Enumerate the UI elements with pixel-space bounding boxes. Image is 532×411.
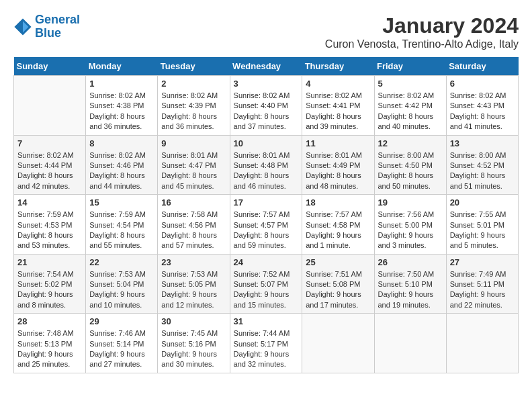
day-detail: Sunrise: 8:00 AMSunset: 4:50 PMDaylight:… bbox=[378, 150, 443, 192]
day-number: 9 bbox=[161, 138, 226, 148]
calendar-cell: 12 Sunrise: 8:00 AMSunset: 4:50 PMDaylig… bbox=[374, 135, 446, 195]
day-number: 22 bbox=[89, 257, 154, 267]
day-number: 23 bbox=[161, 257, 226, 267]
calendar-cell: 2 Sunrise: 8:02 AMSunset: 4:39 PMDayligh… bbox=[158, 76, 230, 136]
day-number: 8 bbox=[89, 138, 154, 148]
calendar-cell: 24 Sunrise: 7:52 AMSunset: 5:07 PMDaylig… bbox=[230, 254, 302, 314]
day-detail: Sunrise: 7:59 AMSunset: 4:54 PMDaylight:… bbox=[89, 210, 154, 251]
calendar-cell: 11 Sunrise: 8:01 AMSunset: 4:49 PMDaylig… bbox=[302, 135, 374, 195]
week-row-4: 21 Sunrise: 7:54 AMSunset: 5:02 PMDaylig… bbox=[14, 254, 519, 314]
day-detail: Sunrise: 8:02 AMSunset: 4:40 PMDaylight:… bbox=[234, 91, 299, 132]
calendar-cell: 8 Sunrise: 8:02 AMSunset: 4:46 PMDayligh… bbox=[86, 135, 158, 195]
day-detail: Sunrise: 8:01 AMSunset: 4:48 PMDaylight:… bbox=[234, 150, 299, 192]
calendar-cell: 18 Sunrise: 7:57 AMSunset: 4:58 PMDaylig… bbox=[302, 195, 374, 255]
day-detail: Sunrise: 8:02 AMSunset: 4:38 PMDaylight:… bbox=[89, 91, 154, 132]
day-number: 16 bbox=[161, 197, 226, 208]
day-detail: Sunrise: 7:57 AMSunset: 4:57 PMDaylight:… bbox=[234, 210, 299, 251]
calendar-cell: 28 Sunrise: 7:48 AMSunset: 5:13 PMDaylig… bbox=[14, 314, 86, 373]
calendar-cell bbox=[446, 314, 518, 373]
day-header-tuesday: Tuesday bbox=[158, 57, 230, 76]
day-detail: Sunrise: 7:52 AMSunset: 5:07 PMDaylight:… bbox=[234, 269, 299, 311]
day-header-thursday: Thursday bbox=[302, 57, 374, 76]
day-number: 27 bbox=[450, 257, 515, 267]
calendar-cell bbox=[14, 76, 86, 136]
calendar-cell: 3 Sunrise: 8:02 AMSunset: 4:40 PMDayligh… bbox=[230, 76, 302, 136]
calendar-cell bbox=[374, 314, 446, 373]
day-number: 6 bbox=[450, 79, 515, 89]
calendar-cell: 17 Sunrise: 7:57 AMSunset: 4:57 PMDaylig… bbox=[230, 195, 302, 255]
calendar-cell: 15 Sunrise: 7:59 AMSunset: 4:54 PMDaylig… bbox=[86, 195, 158, 255]
week-row-3: 14 Sunrise: 7:59 AMSunset: 4:53 PMDaylig… bbox=[14, 195, 519, 255]
week-row-1: 1 Sunrise: 8:02 AMSunset: 4:38 PMDayligh… bbox=[14, 76, 519, 136]
day-number: 30 bbox=[161, 316, 226, 326]
day-number: 10 bbox=[234, 138, 299, 148]
calendar-cell: 16 Sunrise: 7:58 AMSunset: 4:56 PMDaylig… bbox=[158, 195, 230, 255]
calendar-subtitle: Curon Venosta, Trentino-Alto Adige, Ital… bbox=[325, 38, 519, 50]
day-number: 5 bbox=[378, 79, 443, 89]
calendar-cell: 5 Sunrise: 8:02 AMSunset: 4:42 PMDayligh… bbox=[374, 76, 446, 136]
calendar-cell: 19 Sunrise: 7:56 AMSunset: 5:00 PMDaylig… bbox=[374, 195, 446, 255]
day-detail: Sunrise: 7:57 AMSunset: 4:58 PMDaylight:… bbox=[306, 210, 370, 251]
day-detail: Sunrise: 7:53 AMSunset: 5:05 PMDaylight:… bbox=[161, 269, 226, 311]
day-number: 18 bbox=[306, 197, 370, 208]
calendar-cell bbox=[302, 314, 374, 373]
day-number: 1 bbox=[89, 79, 154, 89]
day-number: 31 bbox=[234, 316, 299, 326]
day-number: 11 bbox=[306, 138, 370, 148]
day-header-monday: Monday bbox=[86, 57, 158, 76]
day-detail: Sunrise: 7:59 AMSunset: 4:53 PMDaylight:… bbox=[17, 210, 82, 251]
calendar-cell: 9 Sunrise: 8:01 AMSunset: 4:47 PMDayligh… bbox=[158, 135, 230, 195]
calendar-cell: 30 Sunrise: 7:45 AMSunset: 5:16 PMDaylig… bbox=[158, 314, 230, 373]
day-detail: Sunrise: 8:02 AMSunset: 4:42 PMDaylight:… bbox=[378, 91, 443, 132]
day-number: 26 bbox=[378, 257, 443, 267]
calendar-cell: 21 Sunrise: 7:54 AMSunset: 5:02 PMDaylig… bbox=[14, 254, 86, 314]
calendar-title: January 2024 bbox=[325, 13, 519, 38]
day-number: 3 bbox=[234, 79, 299, 89]
calendar-cell: 23 Sunrise: 7:53 AMSunset: 5:05 PMDaylig… bbox=[158, 254, 230, 314]
day-detail: Sunrise: 8:02 AMSunset: 4:44 PMDaylight:… bbox=[17, 150, 82, 192]
calendar-cell: 29 Sunrise: 7:46 AMSunset: 5:14 PMDaylig… bbox=[86, 314, 158, 373]
day-number: 4 bbox=[306, 79, 370, 89]
days-header-row: SundayMondayTuesdayWednesdayThursdayFrid… bbox=[14, 57, 519, 76]
day-detail: Sunrise: 7:58 AMSunset: 4:56 PMDaylight:… bbox=[161, 210, 226, 251]
day-number: 17 bbox=[234, 197, 299, 208]
day-number: 12 bbox=[378, 138, 443, 148]
day-detail: Sunrise: 8:02 AMSunset: 4:41 PMDaylight:… bbox=[306, 91, 370, 132]
logo-icon bbox=[13, 17, 32, 36]
day-number: 13 bbox=[450, 138, 515, 148]
day-detail: Sunrise: 7:53 AMSunset: 5:04 PMDaylight:… bbox=[89, 269, 154, 311]
day-detail: Sunrise: 8:01 AMSunset: 4:47 PMDaylight:… bbox=[161, 150, 226, 192]
day-number: 20 bbox=[450, 197, 515, 208]
calendar-cell: 7 Sunrise: 8:02 AMSunset: 4:44 PMDayligh… bbox=[14, 135, 86, 195]
calendar-cell: 20 Sunrise: 7:55 AMSunset: 5:01 PMDaylig… bbox=[446, 195, 518, 255]
day-header-friday: Friday bbox=[374, 57, 446, 76]
week-row-5: 28 Sunrise: 7:48 AMSunset: 5:13 PMDaylig… bbox=[14, 314, 519, 373]
calendar-cell: 6 Sunrise: 8:02 AMSunset: 4:43 PMDayligh… bbox=[446, 76, 518, 136]
day-detail: Sunrise: 7:55 AMSunset: 5:01 PMDaylight:… bbox=[450, 210, 515, 251]
day-number: 21 bbox=[17, 257, 82, 267]
calendar-cell: 25 Sunrise: 7:51 AMSunset: 5:08 PMDaylig… bbox=[302, 254, 374, 314]
day-number: 14 bbox=[17, 197, 82, 208]
day-detail: Sunrise: 8:02 AMSunset: 4:39 PMDaylight:… bbox=[161, 91, 226, 132]
page-header: General Blue January 2024 Curon Venosta,… bbox=[13, 13, 519, 50]
day-detail: Sunrise: 7:54 AMSunset: 5:02 PMDaylight:… bbox=[17, 269, 82, 311]
calendar-cell: 22 Sunrise: 7:53 AMSunset: 5:04 PMDaylig… bbox=[86, 254, 158, 314]
day-number: 15 bbox=[89, 197, 154, 208]
day-number: 24 bbox=[234, 257, 299, 267]
logo: General Blue bbox=[13, 13, 80, 40]
day-detail: Sunrise: 7:49 AMSunset: 5:11 PMDaylight:… bbox=[450, 269, 515, 311]
calendar-cell: 10 Sunrise: 8:01 AMSunset: 4:48 PMDaylig… bbox=[230, 135, 302, 195]
day-detail: Sunrise: 8:00 AMSunset: 4:52 PMDaylight:… bbox=[450, 150, 515, 192]
day-detail: Sunrise: 8:02 AMSunset: 4:46 PMDaylight:… bbox=[89, 150, 154, 192]
calendar-cell: 27 Sunrise: 7:49 AMSunset: 5:11 PMDaylig… bbox=[446, 254, 518, 314]
day-detail: Sunrise: 7:45 AMSunset: 5:16 PMDaylight:… bbox=[161, 328, 226, 370]
calendar-body: 1 Sunrise: 8:02 AMSunset: 4:38 PMDayligh… bbox=[14, 76, 519, 373]
day-number: 28 bbox=[17, 316, 82, 326]
title-section: January 2024 Curon Venosta, Trentino-Alt… bbox=[325, 13, 519, 50]
day-detail: Sunrise: 7:48 AMSunset: 5:13 PMDaylight:… bbox=[17, 328, 82, 370]
day-detail: Sunrise: 7:44 AMSunset: 5:17 PMDaylight:… bbox=[234, 328, 299, 370]
calendar-table: SundayMondayTuesdayWednesdayThursdayFrid… bbox=[13, 57, 519, 373]
calendar-cell: 14 Sunrise: 7:59 AMSunset: 4:53 PMDaylig… bbox=[14, 195, 86, 255]
calendar-cell: 13 Sunrise: 8:00 AMSunset: 4:52 PMDaylig… bbox=[446, 135, 518, 195]
day-number: 25 bbox=[306, 257, 370, 267]
